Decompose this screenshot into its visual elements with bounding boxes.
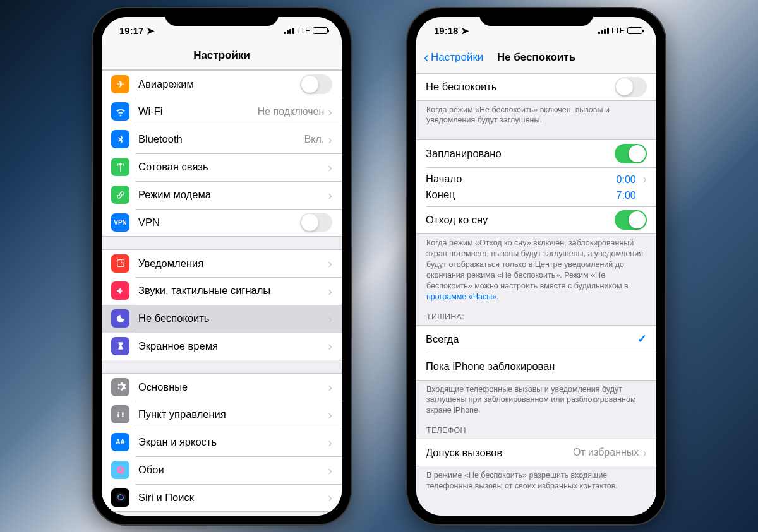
siri-icon	[111, 488, 129, 507]
row-schedule-times[interactable]: Начало 0:00 › Конец 7:00 ›	[416, 167, 656, 206]
airplane-icon: ✈	[111, 75, 129, 93]
row-while-locked[interactable]: Пока iPhone заблокирован	[416, 353, 656, 381]
wifi-value: Не подключен	[258, 106, 325, 117]
chevron-right-icon: ›	[328, 133, 332, 146]
cell-label: Сотовая связь	[138, 161, 324, 173]
display-label: Экран и яркость	[138, 436, 324, 448]
dnd-content[interactable]: Не беспокоить Когда режим «Не беспокоить…	[416, 73, 656, 516]
bluetooth-label: Bluetooth	[138, 133, 304, 145]
svg-point-8	[115, 492, 126, 503]
svg-point-4	[122, 415, 124, 417]
display-icon: AA	[111, 433, 129, 451]
airplane-label: Авиарежим	[138, 78, 300, 90]
scheduled-switch[interactable]	[615, 144, 647, 163]
dnd-label: Не беспокоить	[138, 312, 324, 324]
airplane-switch[interactable]	[300, 74, 332, 94]
general-label: Основные	[138, 381, 324, 393]
row-dnd[interactable]: Не беспокоить›	[102, 305, 342, 333]
chevron-right-icon: ›	[328, 491, 332, 504]
battery-icon	[627, 27, 642, 34]
row-siri[interactable]: Siri и Поиск›	[102, 484, 342, 512]
bluetooth-icon	[111, 130, 129, 148]
vpn-switch[interactable]	[300, 213, 332, 232]
wifi-label: Wi-Fi	[138, 105, 258, 117]
chevron-right-icon: ›	[328, 105, 332, 118]
svg-rect-3	[117, 413, 119, 417]
row-sounds[interactable]: Звуки, тактильные сигналы›	[102, 277, 342, 305]
scheduled-label: Запланировано	[426, 148, 615, 160]
while-locked-label: Пока iPhone заблокирован	[426, 360, 647, 372]
cell-icon	[111, 158, 129, 176]
row-dnd[interactable]: Не беспокоить	[416, 73, 656, 101]
allow-calls-footer: В режиме «Не беспокоить» разрешить входя…	[416, 466, 656, 493]
row-scheduled[interactable]: Запланировано	[416, 139, 656, 167]
row-vpn[interactable]: VPNVPN	[102, 209, 342, 237]
row-cell[interactable]: Сотовая связь›	[102, 153, 342, 181]
bedtime-switch[interactable]	[615, 210, 647, 230]
row-hotspot[interactable]: Режим модема›	[102, 181, 342, 209]
chevron-right-icon: ›	[328, 257, 332, 269]
chevron-right-icon: ›	[328, 189, 332, 201]
svg-rect-5	[122, 412, 124, 415]
nav-bar: ‹ Настройки Не беспокоить	[416, 45, 656, 73]
row-airplane[interactable]: ✈Авиарежим	[102, 70, 342, 98]
chevron-right-icon: ›	[328, 340, 332, 352]
cell-signal-icon	[284, 28, 294, 34]
from-value: 0:00	[617, 174, 636, 185]
chevron-right-icon: ›	[328, 408, 332, 421]
svg-point-7	[119, 468, 122, 471]
chevron-left-icon: ‹	[424, 49, 429, 66]
chevron-right-icon: ›	[328, 161, 332, 174]
back-button[interactable]: ‹ Настройки	[424, 49, 483, 66]
row-general[interactable]: Основные›	[102, 373, 342, 401]
control-icon	[111, 405, 129, 423]
network-label: LTE	[297, 27, 310, 35]
network-label: LTE	[611, 27, 625, 35]
svg-point-2	[117, 412, 119, 414]
wifi-icon	[111, 102, 129, 121]
chevron-right-icon: ›	[328, 381, 332, 393]
chevron-right-icon: ›	[642, 446, 647, 459]
row-bluetooth[interactable]: BluetoothВкл.›	[102, 126, 342, 153]
siri-label: Siri и Поиск	[138, 492, 324, 504]
row-control[interactable]: Пункт управления›	[102, 401, 342, 429]
bluetooth-value: Вкл.	[304, 134, 325, 145]
row-wallpaper[interactable]: Обои›	[102, 456, 342, 484]
row-always[interactable]: Всегда ✓	[416, 325, 656, 353]
silence-header: ТИШИНА:	[416, 304, 656, 325]
always-label: Всегда	[426, 333, 637, 345]
screentime-icon	[111, 337, 129, 355]
row-allow-calls[interactable]: Допуск вызовов От избранных ›	[416, 439, 656, 466]
hotspot-label: Режим модема	[138, 189, 324, 201]
general-icon	[111, 378, 129, 396]
notch	[165, 8, 279, 26]
row-screentime[interactable]: Экранное время›	[102, 333, 342, 360]
row-display[interactable]: AAЭкран и яркость›	[102, 429, 342, 456]
notif-label: Уведомления	[138, 257, 324, 269]
row-bedtime[interactable]: Отход ко сну	[416, 206, 656, 234]
chevron-right-icon: ›	[328, 436, 332, 449]
to-value: 7:00	[617, 190, 636, 201]
dnd-label: Не беспокоить	[426, 81, 615, 93]
vpn-icon: VPN	[111, 213, 129, 232]
chevron-right-icon: ›	[328, 312, 332, 325]
nav-bar: Настройки	[102, 45, 342, 70]
allow-calls-label: Допуск вызовов	[426, 447, 573, 459]
chevron-right-icon: ›	[328, 464, 332, 476]
screen-settings: 19:17 ➤ LTE Настройки ✈АвиарежимWi-FiНе …	[102, 17, 342, 516]
dnd-switch[interactable]	[615, 77, 647, 97]
location-icon: ➤	[461, 25, 469, 37]
row-wifi[interactable]: Wi-FiНе подключен›	[102, 98, 342, 126]
wallpaper-icon	[111, 461, 129, 479]
to-label: Конец	[426, 189, 617, 201]
phone-left: 19:17 ➤ LTE Настройки ✈АвиарежимWi-FiНе …	[93, 8, 351, 524]
bedtime-label: Отход ко сну	[426, 214, 615, 226]
row-notif[interactable]: Уведомления›	[102, 249, 342, 277]
clock-app-link[interactable]: программе «Часы»	[426, 292, 496, 301]
notch	[479, 8, 593, 26]
settings-list[interactable]: ✈АвиарежимWi-FiНе подключен›BluetoothВкл…	[102, 70, 342, 516]
phone-right: 19:18 ➤ LTE ‹ Настройки Не беспокоить Не…	[407, 8, 665, 524]
svg-point-1	[121, 259, 124, 263]
vpn-label: VPN	[138, 216, 300, 228]
chevron-right-icon: ›	[642, 172, 647, 186]
